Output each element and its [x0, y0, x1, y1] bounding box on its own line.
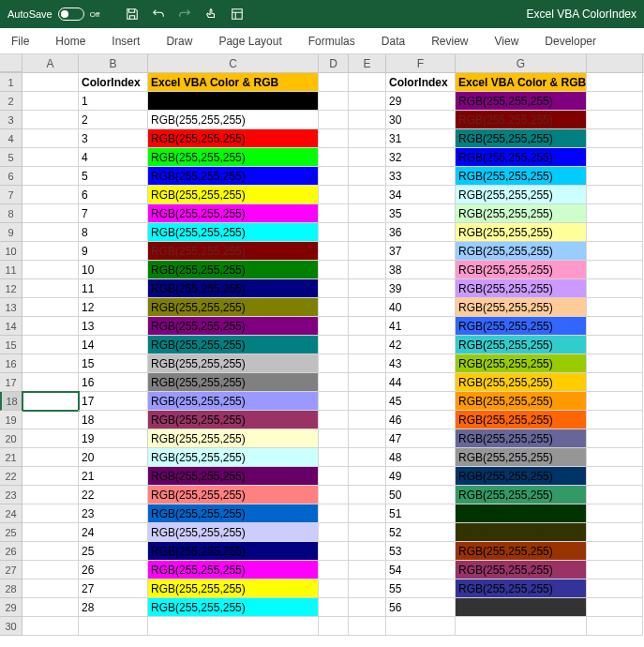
colorindex-cell[interactable]: 43 [386, 354, 456, 373]
cell[interactable] [319, 92, 349, 111]
cell[interactable] [587, 429, 643, 448]
ribbon-tab-home[interactable]: Home [55, 31, 85, 52]
selected-cell[interactable] [22, 392, 79, 411]
row-header[interactable]: 14 [0, 317, 22, 336]
cell[interactable] [319, 429, 349, 448]
cell[interactable] [319, 504, 349, 523]
colorindex-cell[interactable]: 9 [79, 242, 148, 261]
color-swatch-cell[interactable]: RGB(255,255,255) [148, 579, 319, 598]
cell[interactable] [349, 92, 386, 111]
cell[interactable] [319, 242, 349, 261]
cell[interactable] [349, 73, 386, 92]
colorindex-cell[interactable]: 47 [386, 429, 456, 448]
color-swatch-cell[interactable]: RGB(255,255,255) [148, 467, 319, 486]
colorindex-cell[interactable]: 22 [79, 486, 148, 504]
cell[interactable] [22, 467, 79, 486]
row-header[interactable]: 28 [0, 579, 22, 598]
cell[interactable] [22, 148, 79, 167]
colorindex-cell[interactable] [386, 617, 456, 636]
cell[interactable] [587, 167, 643, 186]
ribbon-tab-file[interactable]: File [11, 31, 29, 52]
color-swatch-cell[interactable]: RGB(255,255,255) [148, 504, 319, 523]
colorindex-cell[interactable]: 8 [79, 223, 148, 242]
cell[interactable] [587, 523, 643, 542]
row-header[interactable]: 24 [0, 504, 22, 523]
cell[interactable] [349, 129, 386, 148]
ribbon-tab-insert[interactable]: Insert [112, 31, 140, 52]
color-swatch-cell[interactable]: RGB(255,255,255) [148, 204, 319, 223]
color-swatch-cell[interactable]: RGB(255,255,255) [456, 186, 587, 204]
colorindex-cell[interactable]: 1 [79, 92, 148, 111]
cell[interactable] [319, 148, 349, 167]
cell[interactable] [319, 411, 349, 429]
cell[interactable] [319, 279, 349, 298]
cell[interactable] [349, 486, 386, 504]
cell[interactable] [319, 186, 349, 204]
cell[interactable] [349, 261, 386, 279]
cell[interactable] [349, 167, 386, 186]
ribbon-tab-review[interactable]: Review [431, 31, 468, 52]
color-swatch-cell[interactable]: RGB(255,255,255) [148, 167, 319, 186]
cell[interactable] [22, 448, 79, 467]
colorindex-cell[interactable]: 34 [386, 186, 456, 204]
cell[interactable] [349, 411, 386, 429]
colorindex-cell[interactable]: 49 [386, 467, 456, 486]
row-header[interactable]: 9 [0, 223, 22, 242]
color-swatch-cell[interactable]: RGB(255,255,255) [456, 298, 587, 317]
cell[interactable] [587, 279, 643, 298]
colorindex-cell[interactable]: 31 [386, 129, 456, 148]
cell[interactable] [349, 467, 386, 486]
cell[interactable] [349, 504, 386, 523]
colorindex-cell[interactable]: 37 [386, 242, 456, 261]
color-swatch-cell[interactable]: RGB(255,255,255) [148, 392, 319, 411]
cell[interactable] [22, 167, 79, 186]
colorindex-cell[interactable]: 18 [79, 411, 148, 429]
colorindex-cell[interactable]: 6 [79, 186, 148, 204]
color-swatch-cell[interactable]: RGB(255,255,255) [148, 242, 319, 261]
cell[interactable] [349, 204, 386, 223]
col-header[interactable] [587, 54, 643, 72]
cell[interactable] [22, 261, 79, 279]
colorindex-cell[interactable]: 51 [386, 504, 456, 523]
row-header[interactable]: 4 [0, 129, 22, 148]
row-header[interactable]: 17 [0, 373, 22, 392]
cell[interactable] [22, 111, 79, 129]
colorindex-cell[interactable]: 13 [79, 317, 148, 336]
color-swatch-cell[interactable]: RGB(255,255,255) [148, 542, 319, 561]
color-swatch-cell[interactable]: RGB(255,255,255) [148, 186, 319, 204]
row-header[interactable]: 2 [0, 92, 22, 111]
cell[interactable] [587, 336, 643, 354]
colorindex-cell[interactable]: 53 [386, 542, 456, 561]
cell[interactable] [22, 92, 79, 111]
color-swatch-cell[interactable]: RGB(255,255,255) [456, 429, 587, 448]
color-swatch-cell[interactable]: RGB(255,255,255) [456, 448, 587, 467]
cell[interactable] [319, 579, 349, 598]
cell[interactable] [22, 129, 79, 148]
cell[interactable] [587, 223, 643, 242]
cell[interactable] [587, 129, 643, 148]
colorindex-cell[interactable]: 19 [79, 429, 148, 448]
colorindex-cell[interactable]: 56 [386, 598, 456, 617]
cell[interactable] [319, 542, 349, 561]
cell[interactable] [349, 579, 386, 598]
row-header[interactable]: 7 [0, 186, 22, 204]
cell[interactable] [587, 73, 643, 92]
cell[interactable] [22, 298, 79, 317]
colorindex-cell[interactable]: 50 [386, 486, 456, 504]
cell[interactable] [22, 617, 79, 636]
cell[interactable] [587, 579, 643, 598]
cell[interactable] [349, 542, 386, 561]
cell[interactable] [349, 561, 386, 579]
cell[interactable] [319, 617, 349, 636]
colorindex-cell[interactable]: 28 [79, 598, 148, 617]
cell[interactable] [22, 579, 79, 598]
cell[interactable] [587, 486, 643, 504]
colorindex-cell[interactable]: 30 [386, 111, 456, 129]
cell[interactable] [349, 279, 386, 298]
color-swatch-cell[interactable]: RGB(255,255,255) [456, 167, 587, 186]
cell[interactable] [349, 617, 386, 636]
cell[interactable] [319, 486, 349, 504]
color-swatch-cell[interactable]: RGB(255,255,255) [456, 92, 587, 111]
cell[interactable] [587, 411, 643, 429]
cell[interactable] [349, 354, 386, 373]
